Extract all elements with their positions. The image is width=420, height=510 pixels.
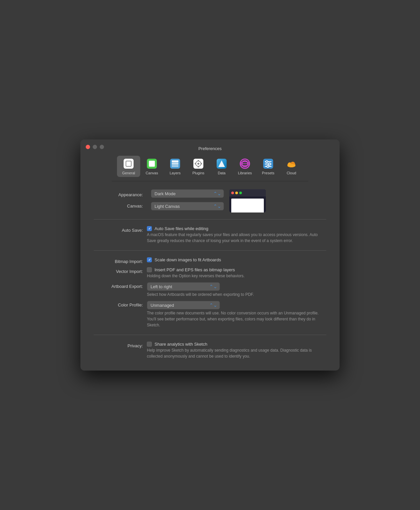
tab-general[interactable]: General [117,156,140,177]
svg-rect-11 [198,160,199,161]
artboard-export-label: Artboard Export: [94,282,147,289]
auto-save-checkbox-row: Auto Save files while editing [147,226,326,231]
preview-close-dot [231,192,234,194]
svg-rect-14 [201,163,202,164]
vector-import-description: Holding down the Option key reverses the… [147,273,326,279]
artboard-export-select[interactable]: Left to right Top to bottom [147,282,220,291]
svg-rect-6 [172,163,178,165]
libraries-icon [239,158,251,170]
privacy-checkbox-row: Share analytics with Sketch [147,342,326,347]
import-section: Bitmap Import: Scale down images to fit … [94,257,326,328]
divider-1 [94,219,326,219]
privacy-checkbox[interactable] [147,342,152,347]
tab-canvas[interactable]: Canvas [140,156,163,177]
color-profile-description: The color profile new documents will use… [147,310,326,328]
privacy-row: Privacy: Share analytics with Sketch Hel… [94,342,326,359]
canvas-icon [146,158,158,170]
svg-rect-7 [172,165,178,167]
auto-save-row: Auto Save: Auto Save files while editing… [94,226,326,244]
appearance-select[interactable]: Dark Mode Light Mode Match System [151,189,224,198]
divider-2 [94,250,326,251]
presets-icon [262,158,274,170]
tab-layers-label: Layers [169,171,180,175]
close-button[interactable] [86,145,90,149]
minimize-button[interactable] [93,145,97,149]
traffic-lights [80,145,104,149]
auto-save-checkbox-label: Auto Save files while editing [155,226,208,231]
vector-import-label: Vector Import: [94,267,147,274]
maximize-button[interactable] [100,145,104,149]
layers-icon [169,158,181,170]
privacy-description: Help improve Sketch by automatically sen… [147,347,326,359]
vector-import-row: Vector Import: Insert PDF and EPS files … [94,267,326,279]
auto-save-checkbox[interactable] [147,226,152,231]
appearance-canvas-row: Appearance: Canvas: Dark Mode Light Mode [94,189,326,212]
tab-plugins[interactable]: Plugins [187,156,210,177]
svg-rect-3 [149,161,155,167]
preview-minimize-dot [235,192,238,194]
bitmap-import-checkbox-label: Scale down images to fit Artboards [155,257,221,262]
tab-layers[interactable]: Layers [163,156,187,177]
content-area: Appearance: Canvas: Dark Mode Light Mode [80,181,340,371]
preview-title-bar [229,189,266,197]
privacy-content: Share analytics with Sketch Help improve… [147,342,326,359]
vector-import-checkbox-row: Insert PDF and EPS files as bitmap layer… [147,267,326,272]
canvas-select-wrapper: Light Canvas Dark Canvas ⌃⌄ [151,202,224,211]
window-title: Preferences [198,146,222,151]
svg-point-10 [197,163,199,165]
data-icon [216,158,228,170]
appearance-section: Appearance: Canvas: Dark Mode Light Mode [94,189,326,212]
tab-canvas-label: Canvas [146,171,158,175]
plugins-icon [192,158,204,170]
title-bar: Preferences General [80,139,340,181]
appearance-label: Appearance: [94,191,147,197]
color-profile-select[interactable]: Unmanaged sRGB P3 Display [147,301,220,309]
privacy-label: Privacy: [94,342,147,348]
bitmap-import-content: Scale down images to fit Artboards [147,257,326,262]
auto-save-content: Auto Save files while editing A macOS fe… [147,226,326,244]
artboard-export-select-wrapper: Left to right Top to bottom ⌃⌄ [147,282,220,291]
vector-import-checkbox-label: Insert PDF and EPS files as bitmap layer… [155,267,235,272]
svg-rect-0 [124,159,134,169]
svg-point-23 [266,161,268,163]
privacy-section: Privacy: Share analytics with Sketch Hel… [94,342,326,359]
preferences-window: Preferences General [80,139,340,371]
appearance-preview [229,189,266,212]
cloud-icon [285,158,297,170]
general-icon [123,158,135,170]
canvas-select[interactable]: Light Canvas Dark Canvas [151,202,224,211]
vector-import-content: Insert PDF and EPS files as bitmap layer… [147,267,326,279]
svg-point-27 [267,165,269,167]
svg-rect-12 [198,166,199,167]
tab-presets[interactable]: Presets [257,156,280,177]
privacy-checkbox-label: Share analytics with Sketch [155,342,207,347]
artboard-export-content: Left to right Top to bottom ⌃⌄ Select ho… [147,282,326,298]
tab-libraries[interactable]: Libraries [233,156,257,177]
tab-plugins-label: Plugins [192,171,204,175]
color-profile-label: Color Profile: [94,301,147,307]
svg-point-25 [268,163,270,165]
vector-import-checkbox[interactable] [147,267,152,272]
tab-cloud-label: Cloud [287,171,296,175]
bitmap-import-checkbox[interactable] [147,257,152,262]
preview-canvas-area [231,199,264,212]
tab-presets-label: Presets [262,171,274,175]
canvas-label: Canvas: [94,202,147,209]
bitmap-import-row: Bitmap Import: Scale down images to fit … [94,257,326,264]
tab-data[interactable]: Data [210,156,233,177]
auto-save-label: Auto Save: [94,226,147,233]
tab-libraries-label: Libraries [238,171,252,175]
svg-rect-5 [172,160,178,162]
color-profile-content: Unmanaged sRGB P3 Display ⌃⌄ The color p… [147,301,326,328]
svg-point-31 [287,164,295,167]
tab-cloud[interactable]: Cloud [280,156,303,177]
divider-3 [94,335,326,335]
artboard-export-row: Artboard Export: Left to right Top to bo… [94,282,326,298]
auto-save-description: A macOS feature that regularly saves you… [147,232,326,244]
svg-rect-13 [195,163,196,164]
artboard-export-description: Select how Artboards will be ordered whe… [147,292,326,298]
bitmap-import-checkbox-row: Scale down images to fit Artboards [147,257,326,262]
auto-save-section: Auto Save: Auto Save files while editing… [94,226,326,244]
tab-general-label: General [122,171,135,175]
bitmap-import-label: Bitmap Import: [94,257,147,264]
